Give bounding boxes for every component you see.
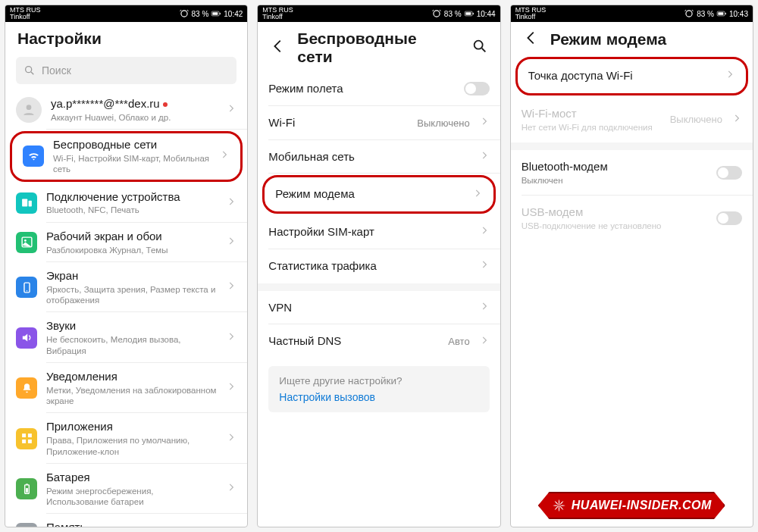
chevron-right-icon [226,103,236,117]
row-tethering[interactable]: Режим модема [262,175,495,214]
search-input[interactable]: Поиск [16,57,236,84]
battery-icon [464,8,475,19]
row-storage[interactable]: ПамятьОчистка памяти [5,514,247,527]
row-sim[interactable]: Настройки SIM-карт [258,215,500,249]
chevron-right-icon [226,381,236,395]
header: Настройки [5,22,247,54]
svg-rect-6 [28,201,31,207]
devices-icon [16,192,37,214]
svg-point-3 [26,67,32,73]
row-apps[interactable]: ПриложенияПрава, Приложения по умолчанию… [5,413,247,464]
account-email: ya.p*******@***dex.ru [51,97,160,110]
svg-rect-11 [22,433,26,437]
chevron-right-icon [226,331,236,345]
battery-icon [16,478,37,499]
chevron-right-icon [479,150,490,164]
chevron-right-icon [479,116,490,130]
section-gap [258,283,500,291]
status-bar: MTS RUS Tinkoff 83 % 10:42 [5,5,247,22]
chevron-right-icon [479,259,490,273]
row-usb-tether: USB-модем USB-подключение не установлено [511,196,753,241]
bt-toggle[interactable] [716,166,742,180]
row-display[interactable]: ЭкранЯркость, Защита зрения, Размер текс… [5,262,247,313]
svg-point-23 [474,41,482,49]
row-wireless[interactable]: Беспроводные сети Wi-Fi, Настройки SIM-к… [10,131,243,182]
svg-rect-12 [27,433,31,437]
chevron-right-icon [725,69,735,83]
phone-icon [16,277,37,298]
back-button[interactable] [523,30,540,49]
status-bar: MTS RUSTinkoff 83 % 10:43 [511,5,753,22]
chevron-right-icon [472,188,483,202]
svg-rect-25 [718,12,723,15]
row-hotspot[interactable]: Точка доступа Wi-Fi [515,57,748,95]
search-button[interactable] [471,38,488,58]
row-airplane[interactable]: Режим полета [258,72,500,106]
svg-rect-14 [27,440,31,443]
alarm-icon [684,8,694,19]
row-mobile[interactable]: Мобильная сеть [258,140,500,174]
svg-point-4 [27,105,32,110]
chevron-right-icon [226,196,236,210]
svg-rect-16 [26,483,28,484]
row-wifi-bridge: Wi-Fi-мост Нет сети Wi-Fi для подключени… [511,97,753,142]
speaker-icon [16,327,37,349]
phone-screen-wireless: MTS RUSTinkoff 83 % 10:44 Беспроводные с… [257,5,500,527]
chevron-right-icon [226,280,236,294]
usb-toggle [716,211,742,225]
watermark-badge: HUAWEI-INSIDER.COM [538,492,725,519]
back-button[interactable] [270,38,287,58]
row-sub: Wi-Fi, Настройки SIM-карт, Мобильная сет… [53,153,210,175]
phone-screen-settings: MTS RUS Tinkoff 83 % 10:42 Настройки Пои… [5,5,248,527]
svg-rect-2 [220,13,221,14]
chevron-right-icon [479,335,490,349]
chevron-right-icon [479,301,490,315]
section-gap [511,142,753,150]
row-device-connect[interactable]: Подключение устройстваBluetooth, NFC, Пе… [5,183,247,223]
row-vpn[interactable]: VPN [258,291,500,325]
wifi-icon [23,146,44,167]
chevron-right-icon [479,225,490,239]
airplane-toggle[interactable] [464,82,490,95]
row-notifications[interactable]: УведомленияМетки, Уведомления на заблоки… [5,363,247,414]
account-sub: Аккаунт Huawei, Облако и др. [51,112,217,123]
notification-dot [163,102,168,107]
chevron-right-icon [226,482,236,496]
row-dns[interactable]: Частный DNS Авто [258,324,500,358]
promo-question: Ищете другие настройки? [279,375,478,386]
battery-icon [211,8,221,19]
subcarrier: Tinkoff [10,14,41,20]
svg-rect-13 [22,440,26,443]
other-settings-card: Ищете другие настройки? Настройки вызово… [268,366,489,412]
bell-icon [16,377,37,399]
chevron-right-icon [226,236,236,249]
svg-rect-5 [22,199,27,207]
row-bt-tether[interactable]: Bluetooth-модем Выключен [511,150,753,196]
row-battery[interactable]: БатареяРежим энергосбережения, Использов… [5,464,247,515]
svg-rect-21 [465,12,471,15]
grid-icon [16,428,37,449]
header: Беспроводные сети [258,22,500,72]
row-sounds[interactable]: ЗвукиНе беспокоить, Мелодия вызова, Вибр… [5,312,247,363]
alarm-icon [431,8,442,19]
chevron-right-icon [731,113,742,127]
svg-point-8 [23,239,26,242]
row-wifi[interactable]: Wi-Fi Выключено [258,106,500,140]
row-traffic[interactable]: Статистика трафика [258,249,500,283]
page-title: Режим модема [550,30,667,49]
account-row[interactable]: ya.p*******@***dex.ru Аккаунт Huawei, Об… [5,90,247,130]
watermark-text: HUAWEI-INSIDER.COM [572,499,712,512]
dns-value: Авто [448,336,469,347]
row-home-screen[interactable]: Рабочий экран и обоиРазблокировка Журнал… [5,223,247,262]
header: Режим модема [511,22,753,55]
page-title: Настройки [17,30,102,48]
storage-icon [16,523,37,527]
promo-link[interactable]: Настройки вызовов [279,391,478,403]
avatar-icon [16,97,42,123]
status-bar: MTS RUSTinkoff 83 % 10:44 [258,5,500,22]
wifi-value: Выключено [417,117,469,129]
row-title: Беспроводные сети [53,138,210,152]
battery-pct: 83 % [192,10,209,18]
image-icon [16,232,37,253]
svg-point-10 [26,290,27,291]
